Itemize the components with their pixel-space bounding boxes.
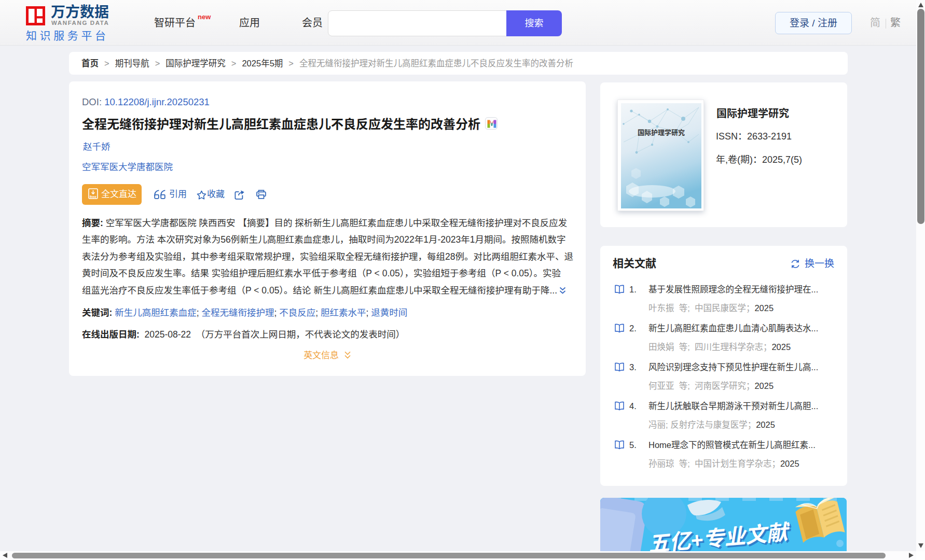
svg-text:free: free: [90, 195, 96, 199]
